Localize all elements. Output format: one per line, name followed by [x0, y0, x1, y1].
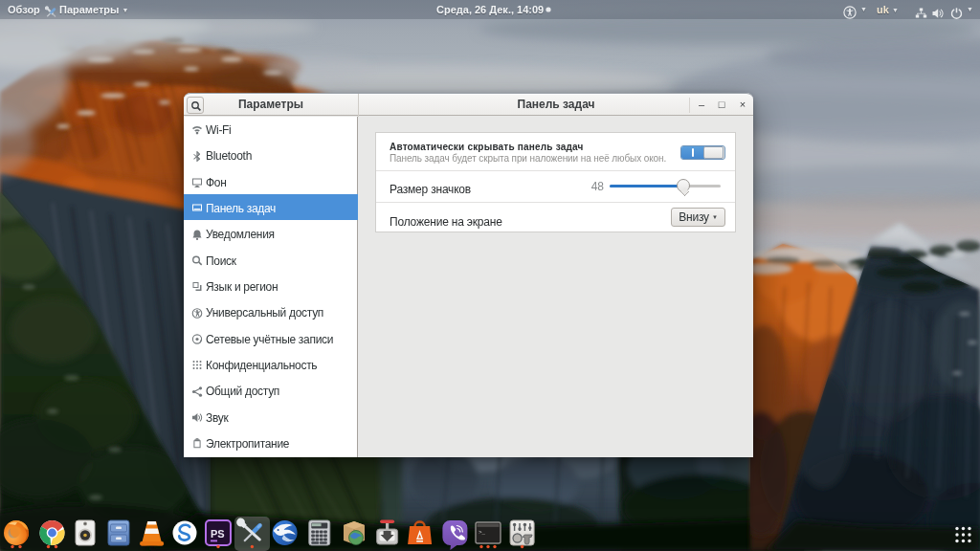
svg-text:>_: >_	[479, 529, 486, 536]
svg-text:PS: PS	[211, 528, 225, 540]
